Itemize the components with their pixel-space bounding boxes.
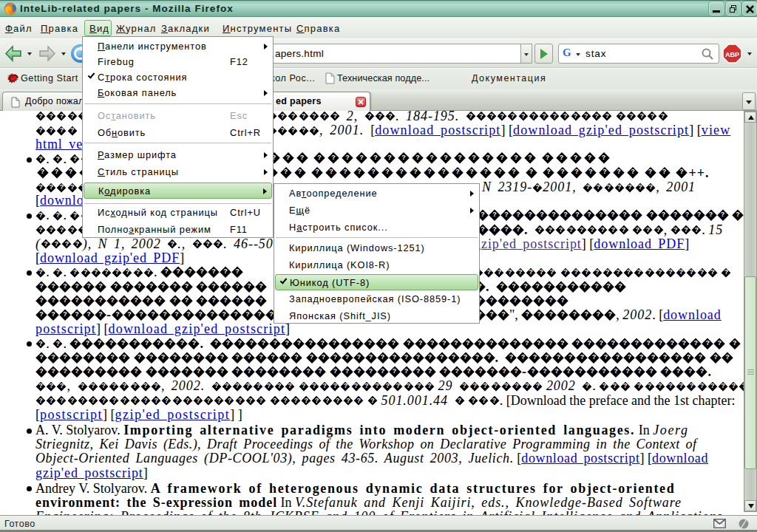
svg-text:ABP: ABP [725, 51, 739, 58]
